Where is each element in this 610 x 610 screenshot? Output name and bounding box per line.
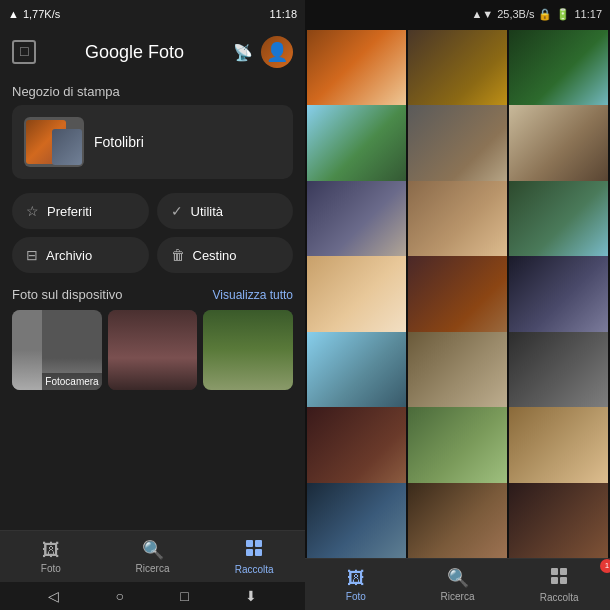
foto-label-right: Foto	[346, 591, 366, 602]
right-status-bar: ▲▼ 25,3B/s 🔒 🔋 11:17	[305, 0, 610, 28]
preferiti-button[interactable]: ☆ Preferiti	[12, 193, 149, 229]
photo-21[interactable]	[509, 483, 608, 558]
raccolta-label-right: Raccolta	[540, 592, 579, 603]
status-right: 11:18	[269, 8, 297, 20]
thumb-img2	[52, 129, 82, 165]
time-left: 11:18	[269, 8, 297, 20]
svg-rect-2	[246, 549, 253, 556]
shop-card[interactable]: Fotolibri	[12, 105, 293, 179]
cestino-label: Cestino	[193, 248, 237, 263]
utilita-button[interactable]: ✓ Utilità	[157, 193, 294, 229]
photo-grid	[305, 28, 610, 558]
cast-icon[interactable]: 📡	[233, 43, 253, 62]
avatar[interactable]: 👤	[261, 36, 293, 68]
app-title: Google Foto	[44, 42, 225, 63]
view-all-button[interactable]: Visualizza tutto	[213, 288, 294, 302]
svg-rect-6	[551, 577, 558, 584]
raccolta-label-left: Raccolta	[235, 564, 274, 575]
svg-rect-0	[246, 540, 253, 547]
download-icon: ⬇	[245, 588, 257, 604]
battery-icon: 🔋	[556, 8, 570, 21]
device-label: Foto sul dispositivo	[12, 287, 123, 302]
photo-19[interactable]	[307, 483, 406, 558]
svg-rect-3	[255, 549, 262, 556]
time-right: 11:17	[574, 8, 602, 20]
app-header: ☐ Google Foto 📡 👤	[0, 28, 305, 76]
foto-label-left: Foto	[41, 563, 61, 574]
nav-ricerca-left[interactable]: 🔍 Ricerca	[102, 535, 204, 578]
foto-icon-left: 🖼	[42, 540, 60, 561]
album-screenshots[interactable]: Screenshots	[108, 310, 198, 390]
speed-right: 25,3B/s	[497, 8, 534, 20]
raccolta-icon-left	[245, 539, 263, 562]
nav-raccolta-right[interactable]: 1 Raccolta	[508, 563, 610, 607]
utilita-label: Utilità	[191, 204, 224, 219]
fotocamera-label: Fotocamera	[42, 373, 101, 390]
recents-button[interactable]: □	[180, 588, 188, 604]
back-button[interactable]: ◁	[48, 588, 59, 604]
nav-foto-left[interactable]: 🖼 Foto	[0, 536, 102, 578]
foto-icon-right: 🖼	[347, 568, 365, 589]
album-whatsapp[interactable]: WhatsApp	[203, 310, 293, 390]
photo-20[interactable]	[408, 483, 507, 558]
raccolta-badge: 1	[600, 559, 610, 573]
device-thumbs: Fotocamera Screenshots WhatsApp	[12, 310, 293, 390]
ricerca-label-left: Ricerca	[136, 563, 170, 574]
search-icon-left: 🔍	[142, 539, 164, 561]
preferiti-label: Preferiti	[47, 204, 92, 219]
raccolta-icon-right: 1	[550, 567, 568, 590]
nav-ricerca-right[interactable]: 🔍 Ricerca	[407, 563, 509, 606]
nav-foto-right[interactable]: 🖼 Foto	[305, 564, 407, 606]
signal-speed: 1,77K/s	[23, 8, 60, 20]
svg-rect-5	[560, 568, 567, 575]
shop-thumb	[24, 117, 84, 167]
home-button[interactable]: ○	[115, 588, 123, 604]
signal-right: ▲▼	[471, 8, 493, 20]
device-header: Foto sul dispositivo Visualizza tutto	[12, 287, 293, 302]
archivio-label: Archivio	[46, 248, 92, 263]
wifi-icon: ▲	[8, 8, 19, 20]
left-status-bar: ▲ 1,77K/s 11:18	[0, 0, 305, 28]
nav-raccolta-left[interactable]: Raccolta	[203, 535, 305, 579]
star-icon: ☆	[26, 203, 39, 219]
archive-icon: ⊟	[26, 247, 38, 263]
archivio-button[interactable]: ⊟ Archivio	[12, 237, 149, 273]
svg-rect-4	[551, 568, 558, 575]
checkbox-icon[interactable]: ☐	[12, 40, 36, 64]
svg-rect-7	[560, 577, 567, 584]
trash-icon: 🗑	[171, 247, 185, 263]
device-section: Foto sul dispositivo Visualizza tutto Fo…	[0, 283, 305, 396]
shop-label: Negozio di stampa	[12, 84, 293, 99]
album-fotocamera[interactable]: Fotocamera	[12, 310, 102, 390]
check-icon: ✓	[171, 203, 183, 219]
cestino-button[interactable]: 🗑 Cestino	[157, 237, 294, 273]
left-panel: ▲ 1,77K/s 11:18 ☐ Google Foto 📡 👤 Negozi…	[0, 0, 305, 610]
svg-rect-1	[255, 540, 262, 547]
status-left: ▲ 1,77K/s	[8, 8, 60, 20]
search-icon-right: 🔍	[447, 567, 469, 589]
shop-section: Negozio di stampa Fotolibri	[0, 76, 305, 183]
action-grid: ☆ Preferiti ✓ Utilità ⊟ Archivio 🗑 Cesti…	[0, 183, 305, 283]
bottom-nav-right: 🖼 Foto 🔍 Ricerca 1 Raccolta	[305, 558, 610, 610]
ricerca-label-right: Ricerca	[441, 591, 475, 602]
bottom-nav-left: 🖼 Foto 🔍 Ricerca Raccolta	[0, 530, 305, 582]
system-nav: ◁ ○ □ ⬇	[0, 582, 305, 610]
shop-title: Fotolibri	[94, 134, 144, 150]
lock-icon: 🔒	[538, 8, 552, 21]
right-panel: ▲▼ 25,3B/s 🔒 🔋 11:17 🖼 Foto	[305, 0, 610, 610]
